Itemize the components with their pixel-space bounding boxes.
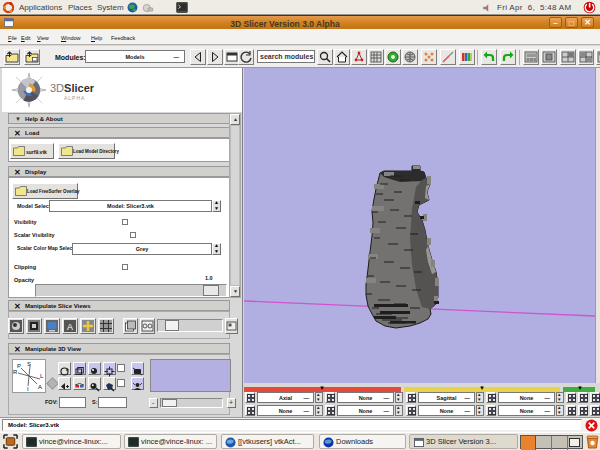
svg-text:A: A (67, 322, 73, 332)
svg-text:R: R (13, 369, 18, 375)
svg-text:I: I (27, 386, 29, 392)
svg-text:S: S (27, 361, 31, 367)
svg-text:L: L (40, 373, 44, 379)
svg-text:A: A (38, 384, 42, 390)
svg-text:P: P (17, 363, 21, 369)
